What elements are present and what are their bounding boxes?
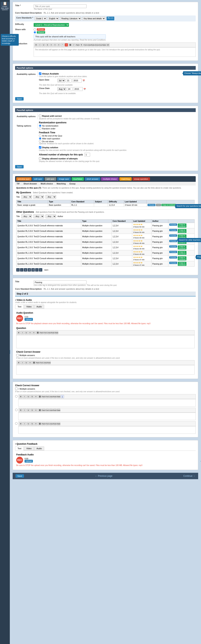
q-redo-btn[interactable]: Redo xyxy=(51,331,54,334)
a1-bold[interactable]: B xyxy=(19,395,23,398)
a3-italic[interactable]: I xyxy=(23,422,26,426)
true-false-btn[interactable]: true/false xyxy=(72,177,84,181)
feedback-upload-btn[interactable]: Upload xyxy=(25,460,33,462)
edit-quiz-btn[interactable]: edit quiz xyxy=(32,177,44,181)
para-btn[interactable]: ¶ xyxy=(80,43,83,46)
a3-image[interactable]: 🖼 xyxy=(38,422,41,426)
always-available-row[interactable]: Always Available xyxy=(39,72,194,75)
oq-copy-6[interactable]: Copy &Continue xyxy=(178,256,186,260)
image-btn[interactable]: 🖼 xyxy=(68,43,72,46)
zoom-in-btn[interactable]: Zmox xyxy=(99,43,102,46)
color-btn[interactable]: A xyxy=(65,43,68,46)
my-type-filter[interactable]: - Any - xyxy=(34,195,44,199)
q-paint-btn[interactable]: Paint xyxy=(40,331,43,334)
add-quiz-btn[interactable]: add quiz xyxy=(45,177,56,181)
rec-button[interactable]: REC xyxy=(16,315,23,322)
table-btn[interactable]: Table xyxy=(102,43,106,46)
oq-copy-5[interactable]: Copy &Continue xyxy=(178,251,186,255)
a1-underline[interactable]: U xyxy=(27,395,30,398)
essay-btn[interactable]: essay question xyxy=(132,177,150,181)
do-not-show-option[interactable]: Do not show xyxy=(39,140,194,142)
align-center-btn[interactable]: ≡ xyxy=(53,43,57,46)
oq-preview-4[interactable]: Preview xyxy=(169,245,177,248)
a3-bold[interactable]: B xyxy=(19,422,23,426)
a1-math[interactable]: ∑ xyxy=(61,395,64,398)
answer-1-editor[interactable] xyxy=(18,399,196,406)
always-available-checkbox[interactable] xyxy=(39,72,41,75)
answer-1-radio[interactable] xyxy=(15,395,18,398)
align-right-btn[interactable]: ≡ xyxy=(57,43,61,46)
oq-preview-2[interactable]: Preview xyxy=(169,234,177,237)
prev-page-link[interactable]: ← Previous page xyxy=(95,475,112,477)
a2-bold[interactable]: B xyxy=(19,408,23,412)
after-each-option[interactable]: After each question xyxy=(39,137,194,140)
oq-preview-1[interactable]: Preview xyxy=(169,229,177,231)
multiple-answers-row[interactable]: Multiple answers xyxy=(16,354,194,356)
private-option[interactable]: Private xyxy=(34,28,106,31)
a2-font[interactable]: Font xyxy=(46,408,49,412)
a-redo-btn[interactable]: Redo xyxy=(47,361,51,364)
feedback-tab-audio[interactable]: Audio xyxy=(34,446,44,450)
a3-strike[interactable]: S xyxy=(31,422,34,426)
q-underline-btn[interactable]: U xyxy=(25,331,28,334)
a3-table[interactable]: Table xyxy=(57,422,60,426)
other-type-filter[interactable]: - Any - xyxy=(34,214,44,218)
save-bottom-btn[interactable]: Save xyxy=(16,474,24,478)
a1-redo[interactable]: Redo xyxy=(53,395,57,398)
q-font-btn[interactable]: Font xyxy=(44,331,47,334)
q-bold-btn[interactable]: B xyxy=(17,331,21,334)
open-year-input[interactable] xyxy=(72,79,82,82)
a-underline-btn[interactable]: U xyxy=(25,361,28,364)
display-attempts-checkbox[interactable] xyxy=(39,157,41,160)
a2-strike[interactable]: S xyxy=(31,408,34,412)
a-align-left-btn[interactable]: ≡ xyxy=(28,361,32,364)
answer-3-radio[interactable] xyxy=(15,422,18,425)
a3-font[interactable]: Font xyxy=(46,422,49,426)
oq-preview-7[interactable]: Preview xyxy=(169,262,177,264)
difficulty-select[interactable]: Level 1 - Recall & Reproduction xyxy=(34,23,69,27)
redo-btn[interactable]: Redo xyxy=(91,43,94,46)
other-difficulty-filter[interactable]: - Any - xyxy=(46,214,56,218)
a1-strike[interactable]: S xyxy=(31,395,34,398)
a-undo-btn[interactable]: Undo xyxy=(44,361,47,364)
a-paint-btn[interactable]: Paint xyxy=(36,361,39,364)
q-align-center-btn[interactable]: ≡ xyxy=(32,331,36,334)
feedback-tab-video[interactable]: Video xyxy=(24,446,34,450)
a1-table[interactable]: Table xyxy=(57,395,60,398)
a1-font[interactable]: Font xyxy=(46,395,49,398)
paint-btn[interactable]: Paint xyxy=(76,43,79,46)
attempts-input[interactable] xyxy=(84,153,90,156)
save-btn-2[interactable]: Save xyxy=(15,165,24,168)
close-year-input[interactable] xyxy=(73,87,83,91)
domain-select[interactable]: Reading: Literature xyxy=(60,16,81,20)
italic-btn[interactable]: I xyxy=(38,43,42,46)
close-day-input[interactable] xyxy=(67,87,73,91)
oq-preview-6[interactable]: Preview xyxy=(169,256,177,258)
q-table-btn[interactable]: Table xyxy=(55,331,58,334)
shared-radio[interactable] xyxy=(34,31,36,34)
oq-preview-5[interactable]: Preview xyxy=(169,251,177,253)
a3-undo[interactable]: Undo xyxy=(49,422,53,426)
tab-text[interactable]: Text xyxy=(15,304,24,309)
open-calendar-icon[interactable]: 📅 xyxy=(83,80,85,82)
a3-underline[interactable]: U xyxy=(27,422,30,426)
multiple-answers-row-2[interactable]: • Multiple answers xyxy=(15,388,196,390)
a3-paint[interactable]: Paint xyxy=(42,422,45,426)
answer-editor-area[interactable] xyxy=(16,365,194,374)
at-end-option[interactable]: At the end of the Quiz xyxy=(39,134,194,137)
preview-btn-1[interactable]: Preview xyxy=(147,204,155,206)
a3-align[interactable]: ≡ xyxy=(34,422,38,426)
key-ideas-select[interactable]: Key Ideas and details xyxy=(82,16,105,20)
display-solution-row[interactable]: Display solution xyxy=(39,146,194,148)
answer-2-editor[interactable] xyxy=(18,412,196,420)
display-solution-checkbox[interactable] xyxy=(39,146,41,148)
a1-italic[interactable]: I xyxy=(23,395,26,398)
a2-undo[interactable]: Undo xyxy=(49,408,53,412)
a-image-btn[interactable]: 🖼 xyxy=(32,361,36,364)
undo-btn[interactable]: Undo xyxy=(87,43,91,46)
answer-2-radio[interactable] xyxy=(15,409,18,411)
page-first[interactable]: « xyxy=(16,268,20,272)
tab-video[interactable]: Video xyxy=(24,304,34,309)
multiple-answers-checkbox-2[interactable] xyxy=(15,388,18,390)
upload-btn[interactable]: Upload xyxy=(25,318,33,321)
